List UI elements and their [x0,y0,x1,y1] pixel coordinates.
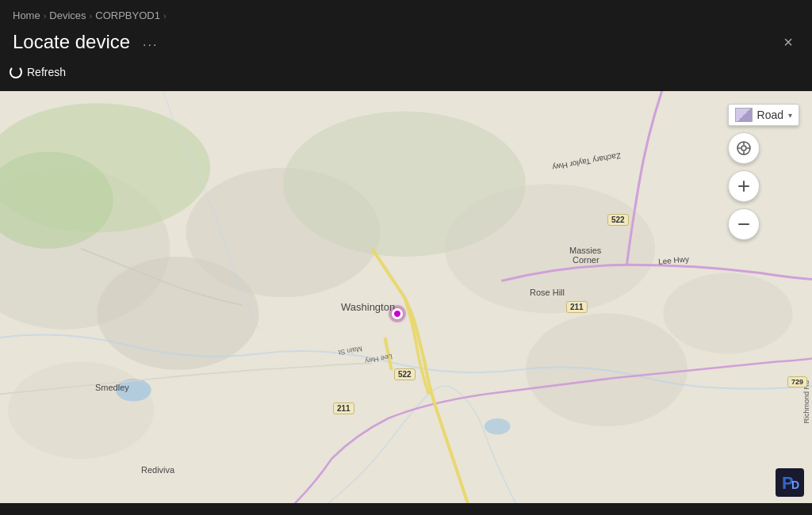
breadcrumb-home[interactable]: Home [13,10,40,21]
svg-point-6 [8,362,154,459]
breadcrumb-device[interactable]: CORPBYOD1 [95,10,160,21]
svg-point-14 [741,146,746,151]
toolbar: Refresh [0,56,812,91]
breadcrumb: Home › Devices › CORPBYOD1 › [13,6,799,25]
dropdown-chevron-icon: ▾ [788,111,792,120]
breadcrumb-devices[interactable]: Devices [49,10,86,21]
map-label-washington: Washington [341,301,395,313]
pin-outer [389,305,406,322]
svg-point-12 [485,418,511,434]
road-selector-label: Road [757,109,783,121]
road-badge-522-2: 522 [394,368,416,380]
refresh-button[interactable]: Refresh [0,61,75,83]
svg-point-8 [663,273,792,353]
pin-inner [392,308,403,319]
map-type-icon [735,108,753,122]
location-pin [389,305,406,322]
zoom-in-button[interactable] [728,170,760,202]
breadcrumb-sep-2: › [90,11,93,21]
map-container[interactable]: Washington Massies Corner Rose Hill Smed… [0,91,812,503]
breadcrumb-sep-1: › [44,11,47,21]
map-label-smedley: Smedley [95,383,129,392]
map-svg [0,91,812,503]
road-badge-729: 729 [787,376,807,387]
zoom-in-icon [737,179,751,193]
zoom-out-button[interactable] [728,208,760,240]
refresh-label: Refresh [27,66,66,78]
close-button[interactable]: × [777,31,799,53]
breadcrumb-sep-3: › [163,11,167,21]
header: Home › Devices › CORPBYOD1 › Locate devi… [0,0,812,56]
map-label-corner: Corner [573,255,599,265]
zoom-out-icon [737,217,751,231]
refresh-icon [10,66,22,78]
center-icon [736,140,752,156]
bing-p-icon: P D [776,468,804,497]
map-label-rediviva: Rediviva [141,465,174,475]
bing-logo: P D [776,468,804,497]
map-label-rosehill: Rose Hill [530,288,565,297]
map-label-massies: Massies [569,246,601,255]
title-left: Locate device ... [13,31,163,53]
road-badge-211-1: 211 [566,301,588,313]
title-row: Locate device ... × [13,25,799,56]
more-button[interactable]: ... [138,33,163,51]
road-selector[interactable]: Road ▾ [728,104,799,126]
map-controls: Road ▾ [728,104,799,240]
center-location-button[interactable] [728,132,760,164]
svg-text:D: D [791,479,799,491]
page-title: Locate device [13,31,130,53]
road-badge-522-1: 522 [607,214,629,226]
road-badge-211-2: 211 [333,402,354,414]
